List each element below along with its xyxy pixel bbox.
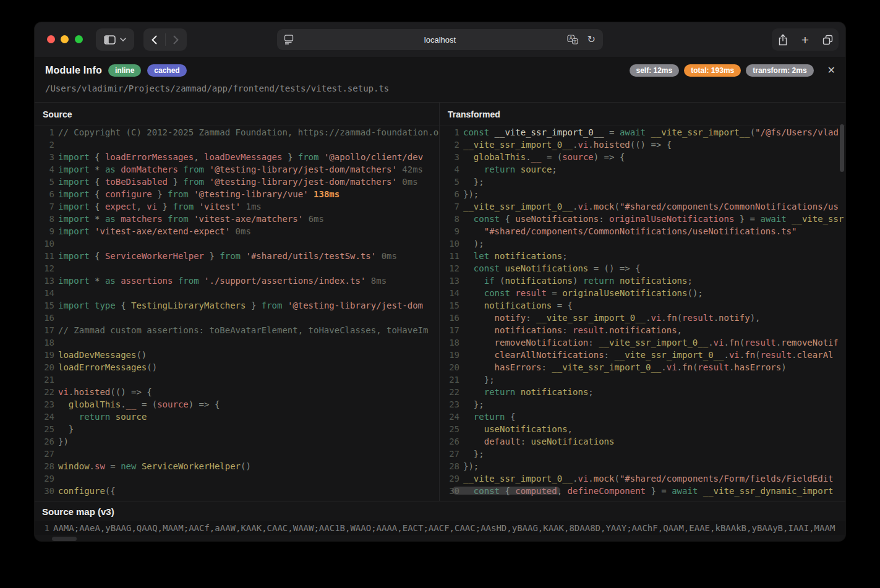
- line-number: 15: [35, 299, 54, 312]
- line-number: 19: [440, 349, 459, 361]
- address-bar[interactable]: localhost A 文 ↻: [277, 29, 603, 50]
- line-number: 10: [35, 237, 54, 250]
- line-number: 23: [35, 398, 54, 411]
- code-line: 22vi.hoisted(() => {: [35, 386, 439, 398]
- code-line: 29__vite_ssr_import_0__.vi.mock("#shared…: [440, 472, 845, 485]
- reload-button[interactable]: ↻: [587, 33, 596, 46]
- translate-icon[interactable]: A 文: [567, 35, 578, 45]
- line-number: 6: [35, 188, 54, 200]
- line-number: 27: [440, 448, 459, 460]
- panel-title-source: Source: [35, 103, 439, 126]
- code-line: 29: [35, 472, 439, 485]
- line-number: 20: [35, 361, 54, 373]
- sourcemap-mappings: AAMA;AAeA,yBAAG,QAAQ,MAAM;AACf,aAAW,KAAK…: [49, 523, 835, 533]
- browser-window: localhost A 文 ↻ +: [35, 22, 845, 541]
- plus-icon: +: [801, 33, 809, 46]
- line-number: 22: [440, 386, 459, 398]
- code-line: 2__vite_ssr_import_0__.vi.hoisted(() => …: [440, 138, 845, 151]
- chevron-right-icon: [173, 35, 179, 45]
- code-line: 11import { ServiceWorkerHelper } from '#…: [35, 250, 439, 262]
- line-number: 20: [440, 361, 459, 373]
- close-button[interactable]: ✕: [827, 66, 835, 75]
- line-number: 4: [35, 163, 54, 176]
- traffic-light-close[interactable]: [47, 35, 55, 43]
- line-number: 21: [440, 373, 459, 386]
- close-icon: ✕: [827, 65, 835, 75]
- sourcemap-line[interactable]: 1 AAMA;AAeA,yBAAG,QAAQ,MAAM;AACf,aAAW,KA…: [35, 521, 845, 535]
- line-number: 29: [35, 472, 54, 485]
- sidebar-toggle-button[interactable]: [96, 28, 134, 51]
- timing-self-badge: self: 12ms: [630, 64, 680, 77]
- line-number: 5: [440, 176, 459, 188]
- code-line: 26}): [35, 435, 439, 448]
- code-line: 18: [35, 336, 439, 349]
- line-number: 25: [35, 423, 54, 435]
- toolbar-actions: +: [772, 28, 839, 51]
- line-number: 25: [440, 423, 459, 435]
- code-line: 8import * as matchers from 'vitest-axe/m…: [35, 213, 439, 225]
- code-line: 4 return source;: [440, 163, 845, 176]
- sourcemap-scrollbar[interactable]: [52, 537, 77, 541]
- share-button[interactable]: [774, 31, 792, 48]
- code-line: 24 return {: [440, 411, 845, 423]
- code-line: 25 useNotifications,: [440, 423, 845, 435]
- line-number: 26: [35, 435, 54, 448]
- line-number: 22: [35, 386, 54, 398]
- code-line: 20loadErrorMessages(): [35, 361, 439, 373]
- code-line: 27: [35, 448, 439, 460]
- chevron-down-icon: [120, 38, 126, 41]
- code-line: 6import { configure } from '@testing-lib…: [35, 188, 439, 200]
- line-number: 9: [440, 225, 459, 237]
- sourcemap-title: Source map (v3): [42, 506, 114, 517]
- code-line: 22 return notifications;: [440, 386, 845, 398]
- code-line: 7__vite_ssr_import_0__.vi.mock("#shared/…: [440, 200, 845, 213]
- line-number: 1: [440, 126, 459, 138]
- transformed-code[interactable]: 1const __vite_ssr_import_0__ = await __v…: [440, 126, 845, 501]
- source-panel: Source 1// Copyright (C) 2012-2025 Zamma…: [35, 103, 440, 501]
- line-number: 14: [440, 287, 459, 299]
- badge-cached: cached: [147, 64, 186, 77]
- code-line: 12: [35, 262, 439, 275]
- line-number: 27: [35, 448, 54, 460]
- code-line: 19 clearAllNotifications: __vite_ssr_imp…: [440, 349, 845, 361]
- horizontal-scrollbar[interactable]: [452, 487, 560, 495]
- code-line: 16 notify: __vite_ssr_import_0__.vi.fn(r…: [440, 312, 845, 324]
- traffic-light-minimize[interactable]: [61, 35, 69, 43]
- code-line: 18 removeNotification: __vite_ssr_import…: [440, 336, 845, 349]
- line-number: 12: [35, 262, 54, 275]
- back-button[interactable]: [144, 28, 165, 51]
- code-line: 16: [35, 312, 439, 324]
- code-line: 1// Copyright (C) 2012-2025 Zammad Found…: [35, 126, 439, 138]
- badge-inline: inline: [108, 64, 141, 77]
- code-line: 23 };: [440, 398, 845, 411]
- chevron-left-icon: [152, 35, 157, 45]
- line-number: 1: [35, 126, 54, 138]
- line-number: 12: [440, 262, 459, 275]
- code-line: 1const __vite_ssr_import_0__ = await __v…: [440, 126, 845, 138]
- new-tab-button[interactable]: +: [797, 31, 814, 48]
- source-code[interactable]: 1// Copyright (C) 2012-2025 Zammad Found…: [35, 126, 439, 501]
- code-line: 7import { expect, vi } from 'vitest' 1ms: [35, 200, 439, 213]
- forward-button[interactable]: [166, 28, 187, 51]
- tabs-overview-button[interactable]: [819, 31, 836, 48]
- vertical-scrollbar[interactable]: [840, 124, 844, 172]
- timing-transform-badge: transform: 2ms: [746, 64, 813, 77]
- line-number: 15: [440, 299, 459, 312]
- code-line: 24 return source: [35, 411, 439, 423]
- code-line: 27 };: [440, 448, 845, 460]
- code-panels: Source 1// Copyright (C) 2012-2025 Zamma…: [35, 102, 845, 501]
- line-number: 24: [440, 411, 459, 423]
- line-number: 17: [440, 324, 459, 336]
- line-number: 6: [440, 188, 459, 200]
- module-path: /Users/vladimir/Projects/zammad/app/fron…: [45, 83, 389, 93]
- line-number: 10: [440, 237, 459, 250]
- line-number: 16: [440, 312, 459, 324]
- code-line: 9 "#shared/components/CommonNotification…: [440, 225, 845, 237]
- line-number: 18: [35, 336, 54, 349]
- traffic-light-zoom[interactable]: [75, 35, 83, 43]
- code-line: 21: [35, 373, 439, 386]
- browser-toolbar: localhost A 文 ↻ +: [35, 22, 845, 58]
- line-number: 23: [440, 398, 459, 411]
- line-number: 11: [35, 250, 54, 262]
- code-line: 3 globalThis.__ = (source) => {: [440, 151, 845, 163]
